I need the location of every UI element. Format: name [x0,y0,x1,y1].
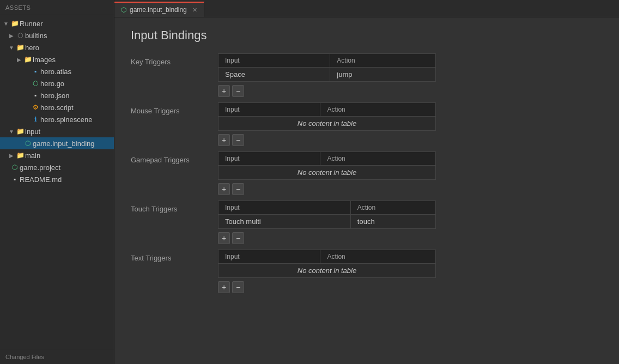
gamepad-triggers-empty: No content in table [219,166,436,180]
sidebar-item-runner[interactable]: ▼ 📁 Runner [0,17,114,29]
tab-icon: ⬡ [121,6,126,14]
mouse-triggers-actions: + − [218,134,603,146]
input-label: input [25,128,40,136]
sidebar-item-readme[interactable]: ▪ README.md [0,173,114,185]
key-triggers-table: Input Action Space jump [218,53,436,82]
sidebar-item-main[interactable]: ▶ 📁 main [0,149,114,161]
sidebar-item-builtins[interactable]: ▶ ⬡ builtins [0,29,114,41]
game-input-binding-label: game.input_binding [33,139,94,148]
images-label: images [33,56,56,64]
chevron-main-icon: ▶ [8,153,15,159]
json-icon: ▪ [31,92,40,99]
gamepad-triggers-action-header: Action [320,152,436,166]
sidebar-item-game-input-binding[interactable]: ⬡ game.input_binding [0,137,114,149]
gamepad-triggers-section: Gamepad Triggers Input Action [131,151,603,195]
chevron-input-icon: ▼ [8,129,15,135]
tab-game-input-binding[interactable]: ⬡ game.input_binding ✕ [114,2,204,17]
sidebar-tree: ▼ 📁 Runner ▶ ⬡ builtins ▼ 📁 hero [0,15,114,349]
sidebar-item-images[interactable]: ▶ 📁 images [0,53,114,65]
tab-bar: ⬡ game.input_binding ✕ [114,0,619,17]
mouse-triggers-action-header: Action [320,103,436,117]
folder-images-icon: 📁 [23,56,33,63]
text-triggers-actions: + − [218,281,603,293]
sidebar-header: Assets [0,0,114,15]
chevron-images-icon: ▶ [15,57,23,63]
tab-label: game.input_binding [130,6,187,14]
chevron-hero-icon: ▼ [8,45,15,51]
sidebar-item-hero-json[interactable]: ▪ hero.json [0,89,114,101]
sidebar-item-hero-go[interactable]: ⬡ hero.go [0,77,114,89]
table-row[interactable]: Touch multi touch [219,215,436,229]
hero-script-label: hero.script [40,104,74,112]
gamepad-triggers-content: Input Action No content in table [218,151,603,195]
mouse-triggers-empty: No content in table [219,117,436,131]
text-triggers-content: Input Action No content in table [218,250,603,293]
text-triggers-action-header: Action [320,250,436,264]
text-triggers-section: Text Triggers Input Action [131,250,603,293]
key-triggers-content: Input Action Space jump [218,53,603,97]
hero-spinescene-label: hero.spinescene [40,116,92,124]
text-triggers-table: Input Action No content in table [218,250,436,278]
chevron-runner-icon: ▼ [2,21,10,27]
touch-triggers-add-button[interactable]: + [218,232,230,244]
chevron-builtins-icon: ▶ [8,33,15,39]
text-triggers-remove-button[interactable]: − [232,281,244,293]
touch-triggers-remove-button[interactable]: − [232,232,244,244]
gamepad-triggers-remove-button[interactable]: − [232,183,244,195]
text-triggers-add-button[interactable]: + [218,281,230,293]
hero-label: hero [25,44,39,52]
mouse-triggers-input-header: Input [219,103,320,117]
hero-go-label: hero.go [40,80,64,88]
mouse-triggers-label: Mouse Triggers [131,102,218,115]
changed-files-label: Changed Files [5,354,44,360]
touch-triggers-input-cell: Touch multi [219,215,351,229]
script-icon: ⚙ [31,104,40,111]
key-triggers-input-header: Input [219,54,330,68]
sidebar-item-input[interactable]: ▼ 📁 input [0,125,114,137]
key-triggers-add-button[interactable]: + [218,85,230,97]
readme-label: README.md [20,175,62,184]
key-triggers-remove-button[interactable]: − [232,85,244,97]
touch-triggers-label: Touch Triggers [131,201,218,213]
touch-triggers-action-cell: touch [350,215,435,229]
text-triggers-empty: No content in table [219,264,436,278]
sidebar-item-hero-script[interactable]: ⚙ hero.script [0,101,114,113]
mouse-triggers-remove-button[interactable]: − [232,134,244,146]
hero-json-label: hero.json [40,92,69,100]
assets-label: Assets [5,4,31,11]
gamepad-triggers-table: Input Action No content in table [218,151,436,180]
touch-triggers-input-header: Input [219,201,351,215]
spine-icon: ℹ [31,116,40,123]
key-triggers-action-header: Action [330,54,436,68]
readme-icon: ▪ [10,175,20,183]
runner-label: Runner [20,20,43,28]
main-content: ⬡ game.input_binding ✕ Input Bindings Ke… [114,0,619,364]
main-area: Assets ▼ 📁 Runner ▶ ⬡ builtins [0,0,619,364]
sidebar-item-hero[interactable]: ▼ 📁 hero [0,41,114,53]
sidebar-item-hero-atlas[interactable]: ▪ hero.atlas [0,65,114,77]
gamepad-triggers-input-header: Input [219,152,320,166]
gamepad-triggers-add-button[interactable]: + [218,183,230,195]
touch-triggers-content: Input Action Touch multi touch [218,201,603,244]
key-triggers-label: Key Triggers [131,53,218,66]
go-icon: ⬡ [31,80,40,87]
mouse-triggers-add-button[interactable]: + [218,134,230,146]
tab-close-button[interactable]: ✕ [192,7,197,14]
hero-atlas-label: hero.atlas [40,68,71,76]
page-title: Input Bindings [131,28,603,43]
text-triggers-input-header: Input [219,250,320,264]
text-triggers-label: Text Triggers [131,250,218,262]
key-triggers-action-cell: jump [330,68,436,82]
mouse-triggers-content: Input Action No content in table [218,102,603,146]
content-area: Input Bindings Key Triggers Input Action [114,17,619,364]
folder-input-icon: 📁 [15,128,25,135]
main-label: main [25,151,40,160]
sidebar-item-hero-spinescene[interactable]: ℹ hero.spinescene [0,113,114,125]
table-row[interactable]: Space jump [219,68,436,82]
key-triggers-input-cell: Space [219,68,330,82]
mouse-triggers-section: Mouse Triggers Input Action [131,102,603,146]
mouse-triggers-table: Input Action No content in table [218,102,436,131]
gamepad-triggers-actions: + − [218,183,603,195]
touch-triggers-action-header: Action [350,201,435,215]
sidebar-item-game-project[interactable]: ⬡ game.project [0,161,114,173]
